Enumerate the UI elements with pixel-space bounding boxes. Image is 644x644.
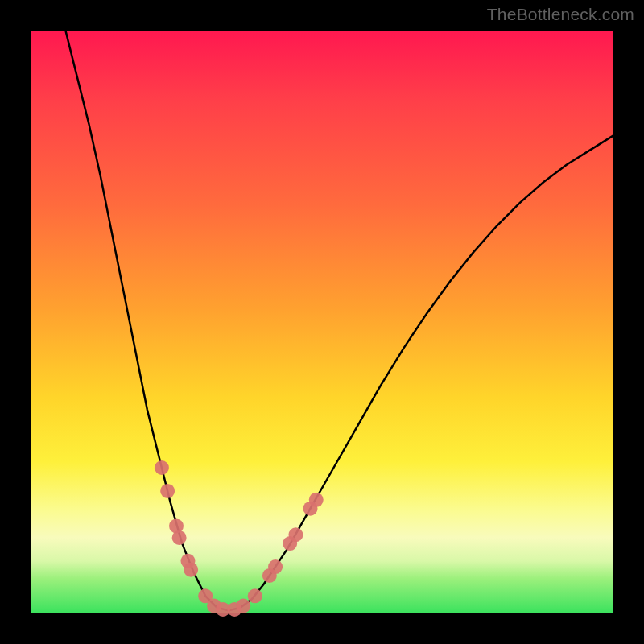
chart-plot-area	[31, 31, 613, 613]
chart-curve	[65, 31, 613, 610]
marker-point	[268, 559, 283, 574]
chart-markers	[155, 460, 324, 617]
marker-point	[160, 484, 175, 498]
marker-point	[309, 493, 324, 507]
chart-svg	[31, 31, 613, 613]
marker-point	[248, 588, 262, 603]
chart-frame: TheBottleneck.com	[0, 0, 644, 644]
marker-point	[172, 530, 187, 545]
marker-point	[236, 599, 250, 613]
curve-path	[65, 31, 613, 610]
watermark-text: TheBottleneck.com	[487, 5, 634, 24]
marker-point	[184, 563, 198, 577]
marker-point	[155, 460, 169, 475]
marker-point	[288, 527, 303, 542]
